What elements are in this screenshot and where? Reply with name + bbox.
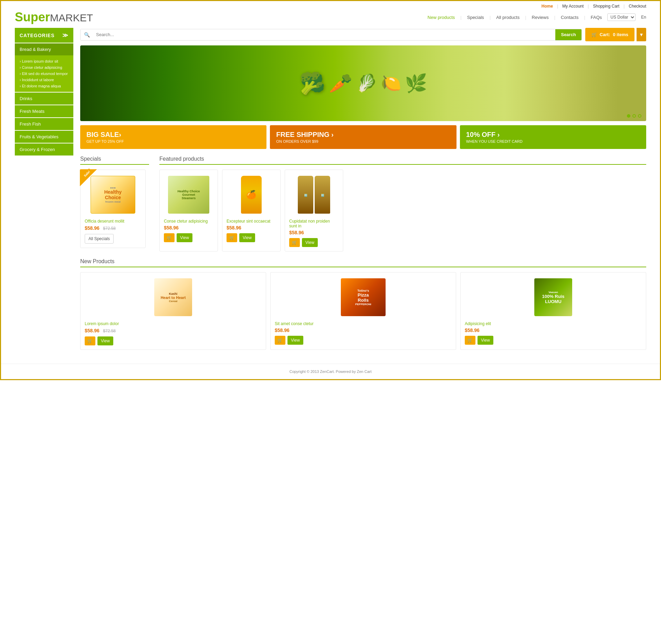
sidebar-arrows-icon[interactable]: ≫ [62, 32, 69, 39]
nav-checkout[interactable]: Checkout [629, 4, 646, 9]
promo-sale-subtitle: GET UP TO 25% OFF [86, 139, 260, 143]
banner-veggie4: 🍋 [381, 74, 401, 93]
slider-dot-3[interactable] [638, 114, 641, 118]
new-product-card-1: Kashi Heart to Heart Cereal Lorem ipsum … [80, 272, 266, 350]
featured-product-name-3: Cupidatat non proiden sunt in [289, 219, 339, 228]
cart-items-count: 0 items [613, 32, 628, 37]
specials-old-price: $72.58 [103, 226, 116, 231]
main-nav: New products | Specials | All products |… [428, 13, 646, 21]
new-product-actions-1: 🛒 View [85, 336, 262, 345]
nav-contacts[interactable]: Contacts [561, 15, 578, 20]
promo-discount-title: 10% OFF › [466, 131, 640, 139]
promo-banner-shipping[interactable]: FREE SHIPPING › ON ORDERS OVER $99 [270, 125, 456, 149]
new-product-actions-3: 🛒 View [465, 336, 642, 345]
featured-product-name-2: Excepteur sint occaecat [227, 219, 276, 224]
top-bar: Home | My Account | Shopping Cart | Chec… [1, 1, 660, 10]
new-view-button-3[interactable]: View [478, 336, 493, 345]
slider-dot-1[interactable] [627, 114, 630, 118]
cart-dropdown-arrow[interactable]: ▾ [637, 28, 646, 41]
view-button-1[interactable]: View [177, 233, 192, 242]
sidebar-item-fruits-vegetables[interactable]: Fruits & Vegetables [15, 131, 73, 143]
new-add-to-cart-button-1[interactable]: 🛒 [85, 336, 95, 345]
cart-icon: 🛒 [591, 32, 597, 37]
sidebar-item-fresh-fish[interactable]: Fresh Fish [15, 118, 73, 130]
bottle-1: 🫙 [298, 176, 313, 214]
new-products-title: New Products [80, 258, 646, 267]
content-area: 🔍 Search 🛒 Cart: 0 items ▾ 🥦 🥕 🥬 [80, 28, 646, 350]
subcategory-item[interactable]: Elit sed do elusmod tempor [20, 71, 69, 77]
specials-product-card: Sale! ●●● HealthyChoice frozen meal Offi… [80, 170, 146, 248]
nav-specials[interactable]: Specials [467, 15, 484, 20]
subcategory-item[interactable]: Et dolore magna aliqua [20, 83, 69, 89]
subcategory-item[interactable]: Lorem ipsum dolor sit [20, 58, 69, 64]
featured-product-price-3: $58.96 [289, 230, 339, 235]
nav-shopping-cart[interactable]: Shopping Cart [593, 4, 619, 9]
nav-all-products[interactable]: All products [496, 15, 520, 20]
cereal-box: Kashi Heart to Heart Cereal [154, 278, 192, 316]
add-to-cart-button-3[interactable]: 🛒 [289, 238, 300, 247]
nav-my-account[interactable]: My Account [562, 4, 584, 9]
subcategory-item[interactable]: Conse ctetur adipisicing [20, 64, 69, 71]
footer: Copyright © 2013 ZenCart. Powered by Zen… [1, 364, 660, 379]
new-product-image-2: Totino's PizzaRolls PEPPERONI [275, 277, 452, 318]
featured-product-image-1: Healthy ChoiceGourmetSteamers [164, 174, 213, 215]
new-add-to-cart-button-3[interactable]: 🛒 [465, 336, 475, 345]
search-cart-bar: 🔍 Search 🛒 Cart: 0 items ▾ [80, 28, 646, 41]
featured-section: Featured products Healthy ChoiceGourmetS… [159, 156, 646, 251]
featured-product-image-3: 🫙 🫙 [289, 174, 339, 215]
sidebar-item-grocery-frozen[interactable]: Grocery & Frozen [15, 143, 73, 155]
new-product-card-2: Totino's PizzaRolls PEPPERONI Sit amet c… [270, 272, 456, 350]
footer-text: Copyright © 2013 ZenCart. Powered by Zen… [290, 369, 372, 374]
slider-dot-2[interactable] [632, 114, 636, 118]
promo-shipping-title: FREE SHIPPING › [276, 131, 450, 139]
cart-button[interactable]: 🛒 Cart: 0 items [585, 28, 634, 41]
featured-product-actions-1: 🛒 View [164, 233, 213, 242]
new-product-pricing-1: $58.96 $72.58 [85, 328, 262, 334]
new-product-old-price-1: $72.58 [103, 329, 116, 333]
nav-reviews[interactable]: Reviews [532, 15, 549, 20]
new-product-name-2: Sit amet conse ctetur [275, 321, 452, 326]
all-specials-button[interactable]: All Specials [85, 234, 114, 244]
view-button-3[interactable]: View [302, 238, 318, 247]
new-products-section: New Products Kashi Heart to Heart Cereal… [80, 258, 646, 350]
new-add-to-cart-button-2[interactable]: 🛒 [275, 336, 285, 345]
categories-title: CATEGORIES [20, 33, 55, 38]
search-input[interactable] [93, 29, 555, 40]
new-product-name-1: Lorem ipsum dolor [85, 321, 262, 326]
view-button-2[interactable]: View [239, 233, 255, 242]
sidebar-item-fresh-meats[interactable]: Fresh Meats [15, 105, 73, 117]
featured-product-card-1: Healthy ChoiceGourmetSteamers Conse ctet… [159, 170, 218, 251]
nav-new-products[interactable]: New products [428, 15, 455, 20]
pizza-rolls-box: Totino's PizzaRolls PEPPERONI [341, 278, 386, 316]
add-to-cart-button-2[interactable]: 🛒 [227, 233, 237, 242]
nav-home[interactable]: Home [542, 4, 553, 9]
banner-veggie3: 🥬 [356, 73, 377, 93]
banner-veggie5: 🌿 [405, 73, 427, 94]
sidebar-item-drinks[interactable]: Drinks [15, 93, 73, 105]
new-product-image-1: Kashi Heart to Heart Cereal [85, 277, 262, 318]
featured-title: Featured products [159, 156, 646, 165]
featured-product-actions-2: 🛒 View [227, 233, 276, 242]
specials-product-name: Officia deserunt mollit [85, 219, 141, 224]
add-to-cart-button-1[interactable]: 🛒 [164, 233, 175, 242]
search-button[interactable]: Search [555, 29, 581, 40]
currency-selector[interactable]: US Dollar EUR [607, 13, 636, 21]
promo-banner-sale[interactable]: BIG SALE› GET UP TO 25% OFF [80, 125, 266, 149]
juice-bottle: 🍊 [241, 176, 262, 214]
ruis-box: Vaasan 100% RuisLUOMU [534, 278, 572, 316]
new-product-actions-2: 🛒 View [275, 336, 452, 345]
subcategory-item[interactable]: Incididunt ut labore [20, 77, 69, 83]
promo-banner-discount[interactable]: 10% OFF › WHEN YOU USE CREDIT CARD [460, 125, 646, 149]
sidebar-subcategories: Lorem ipsum dolor sit Conse ctetur adipi… [15, 55, 73, 92]
specials-product-pricing: $58.96 $72.58 [85, 225, 141, 231]
featured-product-price-2: $58.96 [227, 225, 276, 230]
nav-faqs[interactable]: FAQs [591, 15, 602, 20]
new-view-button-2[interactable]: View [287, 336, 303, 345]
new-product-name-3: Adipisicing elit [465, 321, 642, 326]
logo[interactable]: SuperMARKET [15, 10, 93, 24]
new-view-button-1[interactable]: View [97, 336, 113, 345]
lang-selector[interactable]: En [641, 15, 646, 20]
sidebar: CATEGORIES ≫ Bread & Bakery Lorem ipsum … [15, 28, 73, 350]
sidebar-item-bread-bakery[interactable]: Bread & Bakery [15, 43, 73, 55]
banner-veggie-emoji: 🥦 [300, 71, 325, 96]
